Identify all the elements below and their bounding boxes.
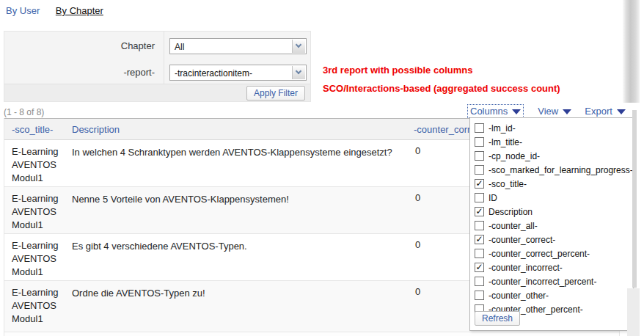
checkbox-checked-icon[interactable]: ✓ bbox=[475, 207, 484, 216]
chapter-select-value: All bbox=[175, 42, 184, 52]
view-menu-label: View bbox=[538, 106, 558, 117]
column-option-cp-node-id[interactable]: -cp_node_id- bbox=[470, 149, 633, 163]
report-filter-label: -report- bbox=[8, 67, 155, 78]
columns-dropdown-panel: -lm_id- -lm_title- -cp_node_id- -sco_mar… bbox=[469, 117, 634, 331]
column-option-counter-incorrect[interactable]: ✓ -counter_incorrect- bbox=[470, 260, 633, 274]
columns-menu[interactable]: Columns bbox=[468, 105, 523, 117]
caret-down-icon bbox=[512, 109, 521, 114]
column-option-counter-correct[interactable]: ✓ -counter_correct- bbox=[470, 233, 633, 246]
checkbox-icon[interactable] bbox=[475, 151, 484, 161]
cell-sco-title: E-Learning AVENTOS Modul1 bbox=[4, 187, 72, 233]
checkbox-icon[interactable] bbox=[475, 193, 484, 202]
annotation-line1: 3rd report with possible columns bbox=[323, 65, 472, 76]
columns-menu-label: Columns bbox=[470, 106, 508, 117]
column-option-label: -counter_correct- bbox=[489, 235, 555, 245]
checkbox-icon[interactable] bbox=[475, 291, 484, 300]
chevron-down-icon[interactable] bbox=[292, 40, 305, 53]
scrollbar[interactable] bbox=[627, 288, 640, 336]
view-tabs: By User By Chapter bbox=[6, 5, 103, 16]
checkbox-icon[interactable] bbox=[475, 277, 484, 286]
column-option-label: -sco_title- bbox=[489, 179, 527, 189]
cell-sco-title: E-Learning AVENTOS Modul1 bbox=[4, 281, 72, 332]
column-option-label: -lm_title- bbox=[489, 137, 522, 147]
export-menu[interactable]: Export bbox=[585, 106, 626, 117]
scrollbar[interactable] bbox=[632, 110, 637, 288]
column-option-sco-title[interactable]: ✓ -sco_title- bbox=[470, 177, 633, 191]
table-menus: Columns View Export bbox=[468, 105, 626, 117]
column-option-description[interactable]: ✓ Description bbox=[470, 205, 633, 219]
chevron-down-icon[interactable] bbox=[292, 66, 305, 79]
tab-by-chapter[interactable]: By Chapter bbox=[56, 5, 103, 16]
annotation-line2: SCO/Interactions-based (aggregated succe… bbox=[323, 83, 560, 94]
header-sco-title[interactable]: -sco_title- bbox=[12, 124, 53, 135]
chevron-glyph bbox=[296, 68, 301, 74]
column-option-counter-all[interactable]: -counter_all- bbox=[470, 219, 633, 233]
report-select[interactable]: -tracinteractionitem- bbox=[169, 65, 307, 81]
report-page: By User By Chapter Chapter All -report- … bbox=[0, 0, 644, 336]
tab-by-user[interactable]: By User bbox=[6, 5, 40, 16]
cell-sco-title: E-Learning AVENTOS Modul1 bbox=[4, 140, 72, 186]
column-option-label: ID bbox=[489, 193, 497, 203]
column-option-lm-title[interactable]: -lm_title- bbox=[470, 135, 633, 149]
column-option-label: -counter_incorrect- bbox=[489, 263, 563, 273]
table-row-partial bbox=[4, 332, 619, 336]
checkbox-icon[interactable] bbox=[475, 123, 484, 133]
caret-down-icon bbox=[617, 109, 626, 114]
checkbox-checked-icon[interactable]: ✓ bbox=[475, 179, 484, 189]
cell-description: Nenne 5 Vorteile von AVENTOS-Klappensyst… bbox=[72, 187, 406, 233]
column-option-label: -cp_node_id- bbox=[489, 151, 540, 161]
scrollbar[interactable] bbox=[623, 0, 640, 103]
apply-filter-button[interactable]: Apply Filter bbox=[246, 86, 305, 101]
column-option-counter-correct-percent[interactable]: -counter_correct_percent- bbox=[470, 246, 633, 260]
column-option-sco-marked[interactable]: -sco_marked_for_learning_progress- bbox=[470, 163, 633, 177]
checkbox-icon[interactable] bbox=[475, 221, 484, 230]
chapter-filter-label: Chapter bbox=[8, 40, 155, 51]
caret-down-icon bbox=[563, 109, 571, 114]
chevron-glyph bbox=[296, 42, 301, 48]
cell-description: Ordne die AVENTOS-Typen zu! bbox=[72, 281, 406, 332]
cell-description: In welchen 4 Schranktypen werden AVENTOS… bbox=[72, 140, 406, 186]
filter-actions-bar: Apply Filter bbox=[4, 84, 310, 101]
column-option-label: -counter_all- bbox=[489, 221, 538, 231]
report-select-value: -tracinteractionitem- bbox=[175, 68, 252, 78]
header-description[interactable]: Description bbox=[72, 124, 120, 135]
checkbox-icon[interactable] bbox=[475, 249, 484, 258]
checkbox-icon[interactable] bbox=[475, 165, 484, 175]
column-option-label: -lm_id- bbox=[489, 123, 516, 134]
filter-panel: Chapter All -report- -tracinteractionite… bbox=[4, 31, 311, 102]
filter-divider bbox=[164, 32, 164, 85]
export-menu-label: Export bbox=[585, 106, 612, 117]
column-option-label: Description bbox=[489, 207, 533, 217]
chapter-select[interactable]: All bbox=[169, 38, 307, 54]
column-option-id[interactable]: ID bbox=[470, 191, 633, 205]
checkbox-checked-icon[interactable]: ✓ bbox=[475, 235, 484, 244]
checkbox-checked-icon[interactable]: ✓ bbox=[475, 263, 484, 272]
cell-description: Es gibt 4 verschiedene AVENTOS-Typen. bbox=[72, 234, 406, 280]
cell-sco-title: E-Learning AVENTOS Modul1 bbox=[4, 234, 72, 280]
pagination-info: (1 - 8 of 8) bbox=[4, 107, 44, 117]
checkbox-icon[interactable] bbox=[475, 137, 484, 147]
refresh-button[interactable]: Refresh bbox=[475, 311, 520, 326]
column-option-label: -counter_incorrect_percent- bbox=[489, 277, 596, 287]
column-option-counter-other[interactable]: -counter_other- bbox=[470, 288, 633, 302]
column-option-label: -sco_marked_for_learning_progress- bbox=[489, 165, 633, 175]
column-option-label: -counter_other- bbox=[489, 291, 549, 301]
column-option-lm-id[interactable]: -lm_id- bbox=[470, 121, 633, 135]
column-option-counter-incorrect-percent[interactable]: -counter_incorrect_percent- bbox=[470, 274, 633, 288]
view-menu[interactable]: View bbox=[538, 106, 571, 117]
column-option-label: -counter_correct_percent- bbox=[489, 249, 590, 259]
